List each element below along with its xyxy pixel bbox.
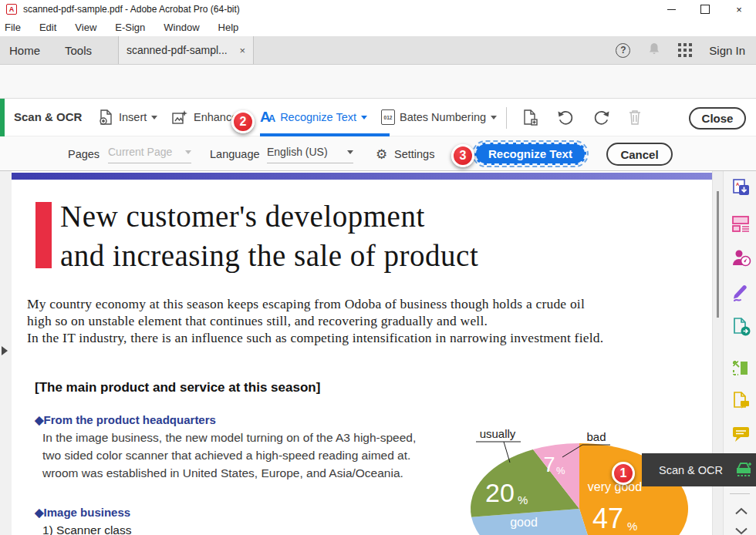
menu-esign[interactable]: E-Sign — [115, 22, 145, 33]
document-paragraph: My country economy at this season keeps … — [27, 295, 603, 346]
organize-pages-icon[interactable] — [731, 214, 751, 234]
cancel-button[interactable]: Cancel — [606, 143, 673, 166]
scroll-down-icon[interactable] — [731, 521, 751, 535]
pie-value-usually: 20 — [485, 478, 515, 507]
window-title: scanned-pdf-sample.pdf - Adobe Acrobat P… — [23, 4, 240, 15]
redo-icon — [592, 109, 610, 126]
maximize-icon — [700, 5, 710, 14]
close-icon: × — [736, 5, 742, 15]
pie-value-bad: 7 — [543, 453, 555, 476]
scroll-up-icon[interactable] — [731, 501, 751, 521]
main-toolbar: 1 / 1 98.8% ••• — [0, 65, 756, 99]
insert-label: Insert — [119, 111, 147, 123]
menu-help[interactable]: Help — [218, 22, 239, 33]
export-pdf-icon[interactable]: A — [731, 178, 751, 198]
list-item: 1) Scanner class — [42, 523, 131, 535]
menu-bar: File Edit View E-Sign Window Help — [0, 19, 756, 36]
callout-step-3: 3 — [451, 144, 474, 167]
pie-unit: % — [556, 465, 565, 476]
enhance-icon — [171, 109, 189, 126]
undo-button[interactable] — [557, 105, 575, 130]
panel-expand-arrow[interactable] — [2, 346, 8, 355]
chevron-down-icon — [151, 116, 157, 119]
chevron-down-icon — [347, 150, 353, 154]
pages-label: Pages — [68, 148, 100, 160]
title-bar: A scanned-pdf-sample.pdf - Adobe Acrobat… — [0, 0, 756, 19]
close-tool-button[interactable]: Close — [689, 107, 746, 130]
pie-value-very-good: 47 — [592, 503, 623, 534]
insert-menu[interactable]: Insert — [98, 105, 157, 130]
tab-bar: Home Tools scanned-pdf-sampl... × ? Sign… — [0, 36, 756, 65]
document-viewport: New customer's development and increasin… — [0, 171, 756, 535]
undo-icon — [557, 109, 575, 126]
menu-edit[interactable]: Edit — [39, 22, 56, 33]
pie-callout-usually: usually — [480, 427, 516, 440]
export-page-button[interactable] — [522, 105, 538, 130]
tab-document-label: scanned-pdf-sampl... — [127, 44, 228, 56]
callout-step-2: 2 — [231, 110, 255, 133]
sign-in-button[interactable]: Sign In — [709, 44, 745, 57]
page-header-band — [12, 173, 712, 180]
recognize-text-icon: AA — [260, 109, 275, 126]
acrobat-logo-icon: A — [6, 4, 17, 15]
crop-pages-icon[interactable] — [731, 358, 751, 378]
recognize-text-button[interactable]: Recognize Text — [474, 143, 586, 165]
tab-document[interactable]: scanned-pdf-sampl... × — [118, 36, 254, 64]
pie-callout-bad: bad — [586, 430, 606, 443]
redo-button[interactable] — [592, 105, 610, 130]
language-dropdown-value: English (US) — [267, 146, 328, 158]
menu-view[interactable]: View — [75, 22, 96, 33]
scan-ocr-icon[interactable] — [734, 460, 754, 483]
callout-step-1: 1 — [612, 462, 635, 485]
scrollbar-thumb[interactable] — [717, 191, 719, 318]
menu-window[interactable]: Window — [164, 22, 199, 33]
scan-ocr-tooltip: Scan & OCR — [642, 453, 756, 486]
title-accent-rect — [35, 202, 52, 268]
recognize-text-menu[interactable]: AA Recognize Text — [260, 105, 367, 130]
bates-icon: 012 — [381, 109, 395, 125]
help-icon[interactable]: ? — [616, 43, 630, 58]
language-dropdown[interactable]: English (US) — [267, 146, 353, 163]
app-grid-icon[interactable] — [678, 43, 692, 57]
chevron-down-icon — [185, 150, 191, 154]
insert-page-icon — [98, 109, 114, 126]
gear-icon[interactable]: ⚙ — [376, 146, 387, 162]
recognize-text-label: Recognize Text — [280, 111, 356, 123]
send-pdf-icon[interactable] — [731, 317, 751, 337]
pie-label-very-good: very good — [588, 480, 642, 493]
tool-accent-bar — [0, 99, 5, 136]
trash-icon — [627, 109, 643, 126]
close-window-button[interactable]: × — [722, 0, 756, 19]
pie-unit: % — [518, 493, 528, 506]
tab-tools[interactable]: Tools — [65, 36, 92, 64]
request-signatures-icon[interactable] — [731, 248, 751, 268]
tool-title: Scan & OCR — [14, 110, 82, 123]
section-heading: [The main product and service at this se… — [35, 380, 320, 395]
language-label: Language — [210, 148, 260, 160]
sidebar-divider — [730, 493, 750, 494]
pages-dropdown[interactable]: Current Page — [108, 146, 191, 163]
bates-label: Bates Numbering — [400, 111, 486, 123]
tab-close-icon[interactable]: × — [239, 45, 245, 56]
bates-numbering-menu[interactable]: 012 Bates Numbering — [381, 105, 497, 130]
tab-home[interactable]: Home — [9, 36, 40, 64]
pages-dropdown-value: Current Page — [108, 146, 172, 158]
subheading-image-business: ◆Image business — [35, 506, 130, 520]
chevron-down-icon — [361, 116, 367, 119]
menu-file[interactable]: File — [5, 22, 21, 33]
send-for-comments-icon[interactable] — [731, 391, 751, 411]
delete-button[interactable] — [627, 105, 643, 130]
notifications-bell-icon[interactable] — [647, 42, 661, 59]
minimize-button[interactable] — [654, 0, 688, 19]
settings-button[interactable]: Settings — [394, 148, 434, 160]
document-title: New customer's development and increasin… — [60, 197, 478, 275]
ocr-separator — [506, 107, 507, 129]
page-export-icon — [522, 109, 538, 126]
recognize-text-button-focus-ring: Recognize Text — [472, 140, 589, 167]
fill-sign-icon[interactable] — [731, 283, 751, 303]
maximize-button[interactable] — [688, 0, 722, 19]
subheading-product-headquarters: ◆From the product headquarters — [35, 413, 216, 427]
acrobat-window: A scanned-pdf-sample.pdf - Adobe Acrobat… — [0, 0, 756, 535]
minimize-icon — [667, 9, 676, 10]
comment-icon[interactable] — [731, 424, 751, 444]
